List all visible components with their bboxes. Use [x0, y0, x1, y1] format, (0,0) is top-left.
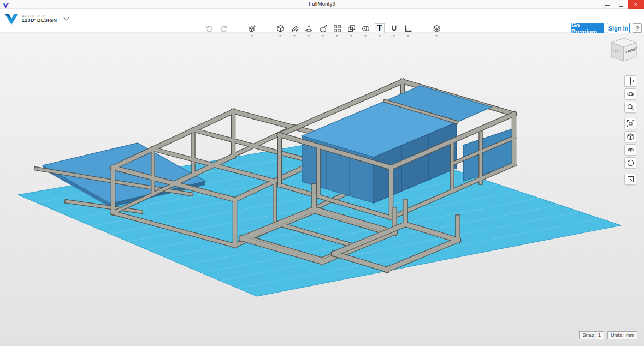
pattern-tool[interactable]: [330, 20, 344, 37]
minimize-icon: [605, 5, 610, 6]
magnifier-icon: [627, 103, 635, 111]
measure-tool[interactable]: [401, 20, 415, 37]
text-tool[interactable]: T: [373, 20, 387, 37]
app-window: FullMonty9 × AUTODESK' 123D' DESIGN: [0, 0, 644, 346]
zoom-extents-button[interactable]: [624, 118, 636, 129]
sign-in-button[interactable]: Sign In: [607, 23, 630, 33]
fit-view-icon: [627, 120, 635, 128]
orbit-button[interactable]: [624, 88, 636, 100]
material-layers-icon: [432, 24, 441, 33]
shaded-view-button[interactable]: [624, 131, 636, 142]
shaded-cube-icon: [627, 133, 635, 141]
combine-icon: [361, 24, 370, 33]
minimize-button[interactable]: [600, 0, 614, 9]
chevron-down-icon: [64, 15, 69, 20]
insert-part-tool[interactable]: [245, 20, 259, 37]
toolbar-tools: T: [202, 20, 444, 37]
eye-icon: [627, 146, 635, 154]
modify-tool[interactable]: [316, 20, 330, 37]
brand-text: AUTODESK' 123D' DESIGN: [22, 14, 57, 23]
material-sphere-icon: [627, 159, 635, 167]
group-tool[interactable]: [344, 20, 358, 37]
zoom-button[interactable]: [624, 102, 636, 113]
brand-line2: 123D' DESIGN: [22, 18, 57, 23]
snap-tool[interactable]: [387, 20, 401, 37]
maximize-icon: [619, 3, 623, 7]
window-title: FullMonty9: [0, 1, 644, 7]
outline-box-icon: [627, 175, 635, 183]
snap-status[interactable]: Snap : 1: [579, 331, 604, 339]
window-controls: ×: [600, 0, 644, 9]
toolbar-separator: [259, 28, 273, 29]
material-tool[interactable]: [429, 20, 444, 37]
view-cube[interactable]: FRONT LEFT: [608, 37, 640, 68]
3d-scene-canvas[interactable]: [0, 33, 644, 346]
pattern-grid-icon: [333, 24, 342, 33]
visibility-button[interactable]: [624, 144, 636, 156]
maximize-button[interactable]: [614, 0, 628, 9]
go-premium-button[interactable]: Go Premium: [571, 23, 604, 33]
text-tool-icon: T: [375, 23, 385, 33]
help-button[interactable]: ?: [633, 23, 642, 33]
magnet-icon: [389, 24, 399, 33]
outline-button[interactable]: [624, 174, 636, 185]
redo-icon: [219, 24, 228, 33]
main-toolbar: AUTODESK' 123D' DESIGN: [0, 9, 644, 32]
primitives-tool[interactable]: [273, 20, 287, 37]
app-menu-button[interactable]: AUTODESK' 123D' DESIGN: [4, 11, 68, 26]
group-icon: [347, 24, 356, 33]
extrude-icon: [304, 24, 314, 33]
close-button[interactable]: ×: [628, 0, 644, 9]
view-toolbar: [624, 75, 636, 187]
viewport[interactable]: FRONT LEFT: [0, 33, 644, 346]
pan-icon: [627, 77, 635, 85]
press-pull-icon: [318, 24, 328, 33]
sketch-tool[interactable]: [287, 20, 302, 37]
toolbar-separator: [231, 28, 245, 29]
orbit-icon: [627, 90, 635, 98]
close-icon: ×: [634, 2, 637, 8]
insert-part-icon: [247, 24, 257, 33]
ruler-icon: [404, 24, 413, 33]
construct-tool[interactable]: [302, 20, 316, 37]
units-status[interactable]: Units : mm: [607, 331, 637, 339]
combine-tool[interactable]: [358, 20, 373, 37]
undo-button[interactable]: [202, 20, 216, 37]
titlebar: FullMonty9 ×: [0, 0, 644, 9]
123d-logo-icon: [4, 11, 19, 26]
cube-icon: [276, 24, 285, 33]
redo-button[interactable]: [216, 20, 231, 37]
status-bar: Snap : 1 Units : mm: [579, 331, 637, 339]
pencil-icon: [290, 24, 299, 33]
undo-icon: [205, 24, 214, 33]
materials-button[interactable]: [624, 157, 636, 169]
toolbar-separator: [415, 28, 429, 29]
pan-button[interactable]: [624, 75, 636, 87]
